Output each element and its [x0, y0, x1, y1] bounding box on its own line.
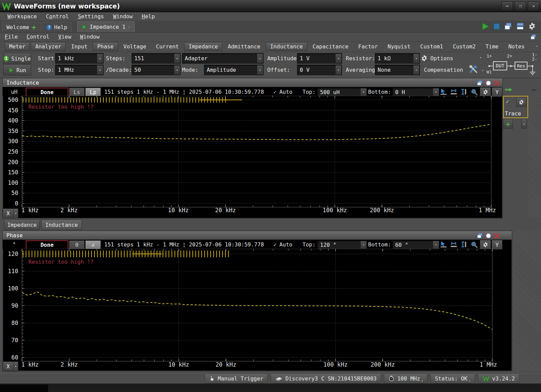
status-button[interactable]: Status: OK ▾	[430, 374, 475, 384]
cascade-window-icon[interactable]	[476, 80, 483, 86]
tab-custom1[interactable]: Custom1	[416, 42, 447, 51]
version-button[interactable]: v3.24.2	[478, 374, 519, 384]
trace-settings-button[interactable]	[516, 97, 526, 107]
tab-welcome[interactable]: Welcome +	[2, 22, 41, 32]
options-gear-icon[interactable]	[421, 55, 428, 62]
subtab-inductance[interactable]: Inductance	[41, 220, 82, 230]
instrument-menu-item-view[interactable]: View	[58, 34, 71, 40]
resistor-combo[interactable]: 1 kΩ▾	[375, 53, 420, 64]
inductance-y-button[interactable]: Y	[492, 87, 502, 97]
zoom-select-icon[interactable]	[439, 88, 448, 95]
phase-window-titlebar[interactable]: Phase	[3, 231, 512, 240]
steps-combo[interactable]: 151▾	[132, 53, 181, 64]
vertical-cursor-icon[interactable]	[459, 241, 468, 248]
close-window-icon[interactable]	[494, 80, 500, 86]
dropdown-icon[interactable]: ▾	[413, 54, 419, 63]
decade-combo[interactable]: 50▾	[132, 65, 181, 75]
tab-help[interactable]: ? Help	[42, 22, 72, 32]
cascade-windows-icon[interactable]	[503, 22, 513, 31]
dropdown-icon[interactable]: ▾	[257, 54, 263, 63]
inductance-window-titlebar[interactable]: Inductance	[3, 79, 502, 87]
subtab-impedance[interactable]: Impedance	[4, 220, 40, 230]
inductance-x-button[interactable]: X	[3, 209, 14, 218]
menu-item-settings[interactable]: Settings	[78, 13, 104, 20]
device-button[interactable]: Discovery3 C SN:210415BE0003	[271, 374, 381, 384]
options-dropdown-icon[interactable]: ▾	[480, 56, 481, 59]
tab-analyzer[interactable]: Analyzer	[31, 42, 66, 51]
tab-admittance[interactable]: Admittance	[223, 42, 265, 51]
dropdown-icon[interactable]: ▾	[97, 65, 103, 74]
dropdown-icon[interactable]: ▾	[413, 65, 419, 74]
tab-capacitance[interactable]: Capacitance	[308, 42, 353, 51]
mode-combo[interactable]: Amplitude▾	[204, 65, 264, 75]
adapter-dropdown-icon[interactable]: ▾	[482, 69, 483, 72]
theta-button[interactable]: θ	[69, 240, 85, 249]
inductance-done-button[interactable]: Done	[26, 88, 68, 97]
phase-x-dropdown[interactable]: ▾	[13, 362, 18, 371]
phase-bottom-combo[interactable]: 60 °▾	[392, 240, 439, 249]
amplitude-combo[interactable]: 1 V▾	[297, 53, 342, 64]
lp-button[interactable]: Lp	[85, 88, 101, 96]
vertical-cursor-icon[interactable]	[459, 88, 468, 95]
tab-impedance[interactable]: Impedance	[184, 42, 222, 51]
tab-impedance[interactable]: Impedance 1 ✕	[77, 21, 135, 32]
maximize-window-icon[interactable]	[485, 80, 492, 86]
inductance-x-dropdown[interactable]: ▾	[13, 209, 18, 218]
cascade-window-icon[interactable]	[476, 232, 483, 239]
dropdown-icon[interactable]: ▾	[336, 65, 341, 74]
menu-item-window[interactable]: Window	[113, 13, 133, 20]
tile-windows-icon[interactable]	[516, 22, 525, 31]
tab-close-icon[interactable]: ✕	[128, 25, 130, 29]
add-trace-button[interactable]: +	[503, 119, 513, 129]
collapse-tabs-button[interactable]: -	[535, 43, 539, 49]
magnifier-icon[interactable]	[470, 88, 478, 95]
phase-plot-settings-button[interactable]	[480, 240, 491, 249]
averaging-combo[interactable]: None▾	[375, 65, 420, 75]
instrument-menu-item-control[interactable]: Control	[27, 34, 49, 40]
tab-meter[interactable]: Meter	[5, 42, 30, 51]
zoom-select-icon[interactable]	[439, 241, 448, 248]
run-button[interactable]: Run	[3, 65, 31, 75]
phase-y-button[interactable]: Y	[492, 240, 502, 249]
manual-trigger-button[interactable]: Manual Trigger	[205, 374, 268, 384]
tab-notes[interactable]: Notes	[504, 42, 529, 51]
adapter-combo[interactable]: Adapter▾	[182, 53, 264, 64]
run-all-icon[interactable]	[481, 22, 490, 31]
tab-nyquist[interactable]: Nyquist	[383, 42, 415, 51]
trace-box[interactable]: ✓ Trace	[503, 96, 528, 118]
offset-combo[interactable]: 0 V▾	[297, 65, 342, 75]
instrument-menu-item-window[interactable]: Window	[80, 34, 100, 40]
phase-top-combo[interactable]: 120 °▾	[317, 240, 367, 249]
restore-button[interactable]: ❐	[515, 1, 526, 11]
tab-input[interactable]: Input	[67, 42, 92, 51]
phase-auto-checkbox[interactable]: ✓ Auto	[273, 240, 292, 249]
dropdown-icon[interactable]: ▾	[174, 65, 180, 74]
phase-x-button[interactable]: X	[3, 362, 14, 371]
menu-item-control[interactable]: Control	[46, 13, 69, 20]
instrument-menu-item-file[interactable]: File	[5, 34, 18, 40]
trace-visible-check-icon[interactable]: ✓	[506, 98, 509, 105]
dropdown-icon[interactable]: ▾	[257, 65, 263, 74]
menu-item-workspace[interactable]: Workspace	[7, 13, 37, 20]
phase-done-button[interactable]: Done	[26, 240, 68, 249]
compensation-wrench-icon[interactable]	[469, 65, 478, 74]
start-combo[interactable]: 1 kHz▾	[55, 53, 104, 64]
stop-combo[interactable]: 1 MHz▾	[55, 65, 104, 75]
horizontal-cursor-icon[interactable]	[449, 88, 458, 95]
ls-button[interactable]: Ls	[69, 88, 85, 96]
tab-custom2[interactable]: Custom2	[448, 42, 480, 51]
tab-phase[interactable]: Phase	[93, 42, 118, 51]
horizontal-cursor-icon[interactable]	[449, 241, 458, 248]
inductance-top-combo[interactable]: 500 uH▾	[317, 88, 367, 96]
frequency-button[interactable]: 100 MHz ▾	[384, 374, 427, 384]
compensation-label[interactable]: Compensation	[424, 65, 463, 75]
inductance-plot-settings-button[interactable]	[480, 87, 491, 97]
stop-all-icon[interactable]	[493, 23, 500, 30]
tab-time[interactable]: Time	[481, 42, 503, 51]
maximize-window-icon[interactable]	[485, 233, 492, 239]
close-window-icon[interactable]	[494, 233, 500, 239]
dropdown-icon[interactable]: ▾	[97, 54, 103, 63]
dropdown-icon[interactable]: ▾	[174, 54, 180, 63]
dropdown-icon[interactable]: ▾	[336, 54, 341, 63]
angle-button[interactable]: ∠	[85, 240, 101, 249]
